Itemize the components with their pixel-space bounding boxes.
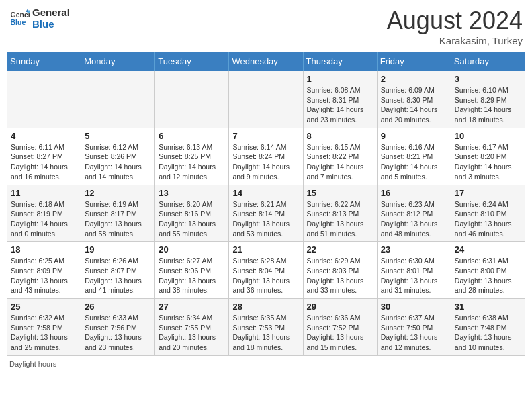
day-cell: 6Sunrise: 6:13 AM Sunset: 8:25 PM Daylig… (155, 128, 229, 185)
day-number: 13 (159, 188, 225, 198)
day-info: Sunrise: 6:26 AM Sunset: 8:07 PM Dayligh… (85, 256, 151, 295)
day-header-saturday: Saturday (451, 52, 525, 71)
day-number: 27 (159, 302, 225, 312)
logo-line1: General (32, 7, 70, 18)
day-info: Sunrise: 6:30 AM Sunset: 8:01 PM Dayligh… (381, 256, 447, 295)
day-number: 31 (455, 302, 521, 312)
day-info: Sunrise: 6:34 AM Sunset: 7:55 PM Dayligh… (159, 313, 225, 353)
day-number: 14 (232, 188, 299, 198)
day-cell: 4Sunrise: 6:11 AM Sunset: 8:27 PM Daylig… (7, 128, 81, 185)
day-info: Sunrise: 6:21 AM Sunset: 8:14 PM Dayligh… (232, 199, 299, 239)
day-number: 5 (85, 131, 151, 141)
day-cell: 15Sunrise: 6:22 AM Sunset: 8:13 PM Dayli… (303, 185, 377, 242)
day-cell: 14Sunrise: 6:21 AM Sunset: 8:14 PM Dayli… (229, 185, 303, 242)
day-cell: 2Sunrise: 6:09 AM Sunset: 8:30 PM Daylig… (377, 71, 451, 128)
footer: Daylight hours (7, 360, 525, 368)
day-number: 9 (381, 131, 447, 141)
day-info: Sunrise: 6:38 AM Sunset: 7:48 PM Dayligh… (455, 313, 521, 353)
day-info: Sunrise: 6:12 AM Sunset: 8:26 PM Dayligh… (85, 142, 151, 182)
footer-text: Daylight hours (9, 360, 56, 368)
days-header-row: SundayMondayTuesdayWednesdayThursdayFrid… (7, 52, 525, 71)
day-cell: 22Sunrise: 6:29 AM Sunset: 8:03 PM Dayli… (303, 242, 377, 299)
day-info: Sunrise: 6:11 AM Sunset: 8:27 PM Dayligh… (11, 142, 77, 182)
day-cell: 25Sunrise: 6:32 AM Sunset: 7:58 PM Dayli… (7, 299, 81, 356)
week-row-1: 1Sunrise: 6:08 AM Sunset: 8:31 PM Daylig… (7, 71, 525, 128)
day-number: 1 (307, 74, 373, 84)
day-header-friday: Friday (377, 52, 451, 71)
day-info: Sunrise: 6:35 AM Sunset: 7:53 PM Dayligh… (232, 313, 299, 353)
day-number: 28 (232, 302, 299, 312)
day-cell: 31Sunrise: 6:38 AM Sunset: 7:48 PM Dayli… (451, 299, 525, 356)
day-info: Sunrise: 6:27 AM Sunset: 8:06 PM Dayligh… (159, 256, 225, 295)
day-info: Sunrise: 6:22 AM Sunset: 8:13 PM Dayligh… (307, 199, 373, 239)
day-cell: 26Sunrise: 6:33 AM Sunset: 7:56 PM Dayli… (81, 299, 155, 356)
day-info: Sunrise: 6:19 AM Sunset: 8:17 PM Dayligh… (85, 199, 151, 239)
day-cell: 5Sunrise: 6:12 AM Sunset: 8:26 PM Daylig… (81, 128, 155, 185)
logo-icon: General Blue (9, 8, 30, 28)
day-header-thursday: Thursday (303, 52, 377, 71)
day-cell: 28Sunrise: 6:35 AM Sunset: 7:53 PM Dayli… (229, 299, 303, 356)
day-cell: 11Sunrise: 6:18 AM Sunset: 8:19 PM Dayli… (7, 185, 81, 242)
day-number: 16 (381, 188, 447, 198)
day-cell (81, 71, 155, 128)
day-cell: 3Sunrise: 6:10 AM Sunset: 8:29 PM Daylig… (451, 71, 525, 128)
day-cell: 18Sunrise: 6:25 AM Sunset: 8:09 PM Dayli… (7, 242, 81, 299)
day-cell: 16Sunrise: 6:23 AM Sunset: 8:12 PM Dayli… (377, 185, 451, 242)
day-cell: 30Sunrise: 6:37 AM Sunset: 7:50 PM Dayli… (377, 299, 451, 356)
location-subtitle: Karakasim, Turkey (387, 35, 523, 46)
day-cell: 21Sunrise: 6:28 AM Sunset: 8:04 PM Dayli… (229, 242, 303, 299)
day-info: Sunrise: 6:31 AM Sunset: 8:00 PM Dayligh… (455, 256, 521, 295)
logo: General Blue General Blue (9, 7, 70, 30)
day-cell: 8Sunrise: 6:15 AM Sunset: 8:22 PM Daylig… (303, 128, 377, 185)
title-block: August 2024 Karakasim, Turkey (387, 7, 523, 46)
day-info: Sunrise: 6:18 AM Sunset: 8:19 PM Dayligh… (11, 199, 77, 239)
day-number: 3 (455, 74, 521, 84)
day-info: Sunrise: 6:20 AM Sunset: 8:16 PM Dayligh… (159, 199, 225, 239)
day-cell: 13Sunrise: 6:20 AM Sunset: 8:16 PM Dayli… (155, 185, 229, 242)
day-header-monday: Monday (81, 52, 155, 71)
logo-line2: Blue (32, 18, 70, 30)
day-number: 29 (307, 302, 373, 312)
day-info: Sunrise: 6:17 AM Sunset: 8:20 PM Dayligh… (455, 142, 521, 182)
day-number: 2 (381, 74, 447, 84)
calendar-body: 1Sunrise: 6:08 AM Sunset: 8:31 PM Daylig… (7, 71, 525, 356)
day-info: Sunrise: 6:24 AM Sunset: 8:10 PM Dayligh… (455, 199, 521, 239)
day-info: Sunrise: 6:08 AM Sunset: 8:31 PM Dayligh… (307, 85, 373, 125)
day-cell: 9Sunrise: 6:16 AM Sunset: 8:21 PM Daylig… (377, 128, 451, 185)
day-cell: 10Sunrise: 6:17 AM Sunset: 8:20 PM Dayli… (451, 128, 525, 185)
day-cell (7, 71, 81, 128)
day-info: Sunrise: 6:09 AM Sunset: 8:30 PM Dayligh… (381, 85, 447, 125)
day-number: 20 (159, 244, 225, 255)
day-header-wednesday: Wednesday (229, 52, 303, 71)
day-number: 8 (307, 131, 373, 141)
day-number: 19 (85, 244, 151, 255)
day-cell: 7Sunrise: 6:14 AM Sunset: 8:24 PM Daylig… (229, 128, 303, 185)
day-number: 17 (455, 188, 521, 198)
day-number: 30 (381, 302, 447, 312)
day-header-tuesday: Tuesday (155, 52, 229, 71)
day-number: 4 (11, 131, 77, 141)
day-info: Sunrise: 6:14 AM Sunset: 8:24 PM Dayligh… (232, 142, 299, 182)
day-number: 12 (85, 188, 151, 198)
day-number: 6 (159, 131, 225, 141)
svg-text:Blue: Blue (11, 18, 26, 26)
day-cell: 24Sunrise: 6:31 AM Sunset: 8:00 PM Dayli… (451, 242, 525, 299)
day-cell: 29Sunrise: 6:36 AM Sunset: 7:52 PM Dayli… (303, 299, 377, 356)
day-number: 24 (455, 244, 521, 255)
day-info: Sunrise: 6:33 AM Sunset: 7:56 PM Dayligh… (85, 313, 151, 353)
day-number: 11 (11, 188, 77, 198)
day-header-sunday: Sunday (7, 52, 81, 71)
day-number: 21 (232, 244, 299, 255)
day-info: Sunrise: 6:13 AM Sunset: 8:25 PM Dayligh… (159, 142, 225, 182)
day-number: 10 (455, 131, 521, 141)
day-number: 26 (85, 302, 151, 312)
day-info: Sunrise: 6:37 AM Sunset: 7:50 PM Dayligh… (381, 313, 447, 353)
day-info: Sunrise: 6:15 AM Sunset: 8:22 PM Dayligh… (307, 142, 373, 182)
day-info: Sunrise: 6:32 AM Sunset: 7:58 PM Dayligh… (11, 313, 77, 353)
week-row-5: 25Sunrise: 6:32 AM Sunset: 7:58 PM Dayli… (7, 299, 525, 356)
day-info: Sunrise: 6:29 AM Sunset: 8:03 PM Dayligh… (307, 256, 373, 295)
day-info: Sunrise: 6:23 AM Sunset: 8:12 PM Dayligh… (381, 199, 447, 239)
day-info: Sunrise: 6:16 AM Sunset: 8:21 PM Dayligh… (381, 142, 447, 182)
day-cell: 19Sunrise: 6:26 AM Sunset: 8:07 PM Dayli… (81, 242, 155, 299)
day-number: 7 (232, 131, 299, 141)
